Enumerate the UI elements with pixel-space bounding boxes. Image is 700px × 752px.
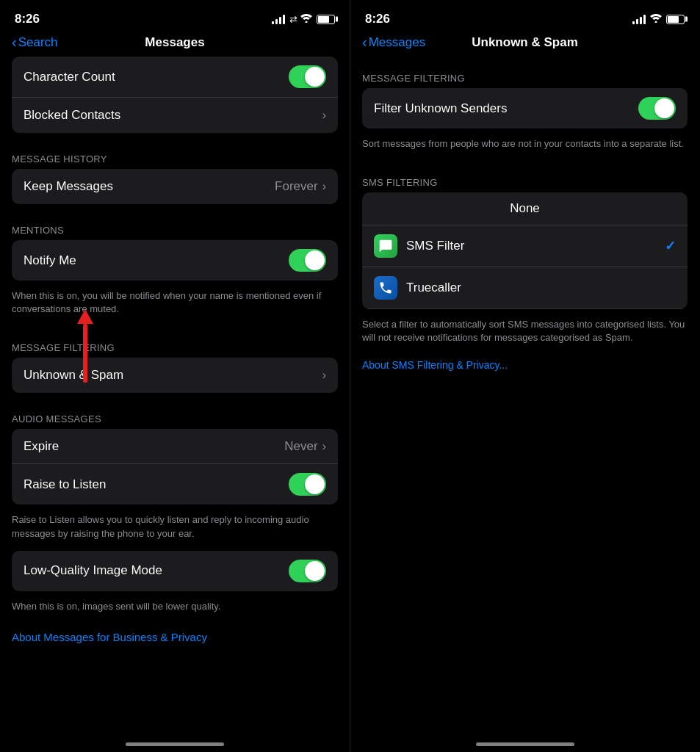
about-sms-link[interactable]: About SMS Filtering & Privacy... (362, 359, 508, 371)
message-history-group: Keep Messages Forever › (12, 169, 338, 204)
right-phone-panel: 8:26 ‹ Messages (350, 0, 699, 752)
wifi-icon-right (650, 12, 662, 26)
section-audio-messages: AUDIO MESSAGES (0, 397, 350, 429)
raise-to-listen-row[interactable]: Raise to Listen (12, 464, 338, 505)
notify-me-row[interactable]: Notify Me (12, 240, 338, 281)
blocked-contacts-right: › (322, 109, 326, 122)
battery-icon-right (666, 15, 685, 24)
sms-filter-description: Select a filter to automatically sort SM… (350, 314, 699, 383)
filter-unknown-row[interactable]: Filter Unknown Senders (362, 88, 688, 129)
chevron-right-icon: › (322, 369, 326, 382)
back-to-search-left[interactable]: ‹ Search (12, 34, 58, 51)
keep-messages-right: Forever › (275, 179, 326, 194)
status-icons-left: ⇄ (272, 14, 335, 25)
about-messages-link[interactable]: About Messages for Business & Privacy (0, 623, 350, 651)
filter-unknown-description: Sort messages from people who are not in… (350, 133, 699, 161)
chevron-right-icon: › (322, 180, 326, 193)
signal-icon-right (632, 14, 646, 24)
back-label-right: Messages (369, 35, 425, 50)
top-settings-group: Character Count Blocked Contacts › (12, 57, 338, 133)
notify-me-toggle[interactable] (289, 249, 326, 272)
expire-value: Never (284, 439, 317, 454)
raise-to-listen-label: Raise to Listen (24, 477, 106, 492)
home-indicator-right (350, 727, 699, 752)
status-bar-left: 8:26 ⇄ (0, 0, 350, 32)
home-bar-left (126, 742, 224, 746)
low-quality-label: Low-Quality Image Mode (24, 563, 162, 578)
sms-filter-icon (374, 234, 397, 258)
expire-label: Expire (24, 439, 59, 454)
low-quality-group: Low-Quality Image Mode (12, 551, 338, 591)
keep-messages-value: Forever (275, 179, 318, 194)
character-count-label: Character Count (24, 70, 115, 84)
raise-to-listen-description: Raise to Listen allows you to quickly li… (0, 509, 350, 550)
time-left: 8:26 (15, 12, 40, 26)
status-icons-right (632, 12, 685, 26)
blocked-contacts-row[interactable]: Blocked Contacts › (12, 98, 338, 133)
sms-filter-checkmark: ✓ (665, 238, 676, 254)
unknown-spam-row[interactable]: Unknown & Spam › (12, 358, 338, 393)
sms-filter-label: SMS Filter (406, 239, 656, 253)
back-chevron-left: ‹ (12, 34, 17, 51)
sms-filter-options: None SMS Filter ✓ Truecaller (362, 192, 688, 309)
left-scroll-content: Character Count Blocked Contacts › MESSA… (0, 57, 350, 727)
filter-none-row[interactable]: None (362, 192, 688, 225)
section-sms-filtering: SMS FILTERING (350, 161, 699, 192)
keep-messages-row[interactable]: Keep Messages Forever › (12, 169, 338, 204)
message-filtering-group: Unknown & Spam › (12, 358, 338, 393)
chevron-right-icon: › (322, 109, 326, 122)
wifi-icon: ⇄ (289, 14, 312, 25)
nav-bar-left: ‹ Search Messages (0, 32, 350, 57)
expire-right: Never › (284, 439, 326, 454)
back-to-messages[interactable]: ‹ Messages (362, 34, 425, 51)
truecaller-row[interactable]: Truecaller (362, 267, 688, 309)
expire-row[interactable]: Expire Never › (12, 429, 338, 464)
character-count-toggle[interactable] (289, 65, 326, 88)
truecaller-label: Truecaller (406, 281, 676, 295)
filter-unknown-toggle[interactable] (638, 97, 676, 120)
home-indicator-left (0, 727, 350, 752)
chevron-right-icon: › (322, 440, 326, 453)
filter-none-label: None (510, 201, 540, 216)
svg-point-0 (306, 21, 308, 23)
blocked-contacts-label: Blocked Contacts (24, 108, 120, 123)
section-message-history: MESSAGE HISTORY (0, 137, 350, 169)
home-bar-right (476, 742, 574, 746)
unknown-spam-right: › (322, 369, 326, 382)
section-message-filtering-right: MESSAGE FILTERING (350, 57, 699, 88)
left-phone-panel: 8:26 ⇄ ‹ Search M (0, 0, 350, 752)
low-quality-row[interactable]: Low-Quality Image Mode (12, 551, 338, 591)
character-count-row[interactable]: Character Count (12, 57, 338, 98)
raise-to-listen-toggle[interactable] (289, 473, 326, 496)
mentions-group: Notify Me (12, 240, 338, 281)
back-label-left: Search (18, 35, 58, 50)
low-quality-toggle[interactable] (289, 560, 326, 582)
status-bar-right: 8:26 (350, 0, 699, 32)
svg-point-1 (655, 21, 657, 24)
signal-icon (272, 14, 285, 24)
right-scroll-content: MESSAGE FILTERING Filter Unknown Senders… (350, 57, 699, 727)
notify-me-description: When this is on, you will be notified wh… (0, 285, 350, 326)
page-title-left: Messages (145, 35, 204, 50)
time-right: 8:26 (365, 12, 390, 26)
page-title-right: Unknown & Spam (472, 35, 578, 50)
section-message-filtering-left: MESSAGE FILTERING (0, 326, 350, 358)
truecaller-icon (374, 276, 397, 300)
audio-messages-group: Expire Never › Raise to Listen (12, 429, 338, 505)
filter-unknown-label: Filter Unknown Senders (374, 101, 507, 116)
filter-unknown-group: Filter Unknown Senders (362, 88, 688, 129)
keep-messages-label: Keep Messages (24, 179, 113, 194)
section-mentions: MENTIONS (0, 209, 350, 240)
sms-filter-row[interactable]: SMS Filter ✓ (362, 225, 688, 267)
back-chevron-right: ‹ (362, 34, 367, 51)
notify-me-label: Notify Me (24, 253, 76, 268)
nav-bar-right: ‹ Messages Unknown & Spam (350, 32, 699, 57)
unknown-spam-label: Unknown & Spam (24, 368, 123, 383)
low-quality-description: When this is on, images sent will be low… (0, 596, 350, 623)
battery-icon (317, 15, 335, 24)
